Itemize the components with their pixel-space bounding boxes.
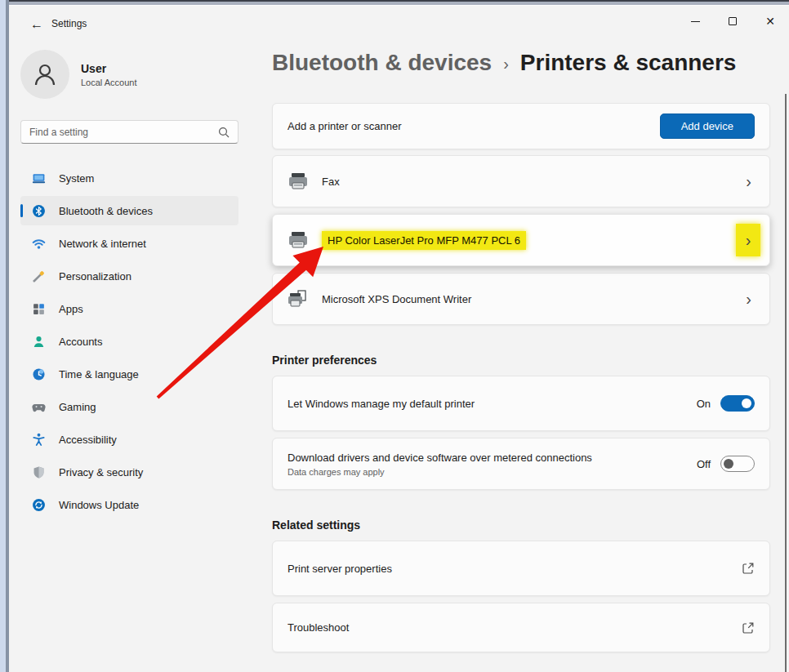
default-printer-toggle[interactable] [720, 395, 755, 412]
troubleshoot-link[interactable]: Troubleshoot [272, 603, 770, 652]
related-settings-heading: Related settings [272, 518, 360, 532]
back-button[interactable]: ← [27, 15, 47, 34]
printer-name: Microsoft XPS Document Writer [322, 293, 471, 305]
external-link-icon [742, 621, 755, 634]
sidebar-item-bluetooth-devices[interactable]: Bluetooth & devices [20, 196, 238, 225]
sidebar-item-personalization[interactable]: Personalization [20, 261, 238, 291]
maximize-icon [729, 17, 737, 25]
search-placeholder: Find a setting [29, 127, 218, 138]
sidebar-item-windows-update[interactable]: Windows Update [20, 490, 238, 519]
bluetooth-icon [32, 204, 46, 218]
system-icon [32, 171, 46, 185]
user-name: User [81, 62, 137, 75]
printer-row-fax[interactable]: Fax › [272, 155, 770, 207]
print-server-properties-link[interactable]: Print server properties [272, 541, 770, 596]
add-printer-card: Add a printer or scanner Add device [272, 103, 770, 149]
network-icon [32, 237, 46, 251]
person-icon [31, 60, 59, 88]
time-language-icon [32, 367, 46, 381]
accounts-icon [32, 335, 46, 349]
sidebar-item-label: System [59, 172, 94, 185]
toggle-knob [724, 459, 733, 469]
sidebar-item-apps[interactable]: Apps [20, 294, 238, 323]
toggle-knob [742, 398, 751, 408]
page-title: Printers & scanners [520, 50, 737, 76]
printer-row-hp-laserjet[interactable]: HP Color LaserJet Pro MFP M477 PCL 6 › [272, 214, 770, 266]
window-title: Settings [51, 18, 87, 29]
minimize-button[interactable] [676, 7, 714, 36]
minimize-icon [691, 21, 700, 22]
sidebar-item-label: Bluetooth & devices [59, 205, 153, 217]
metered-connections-label: Download drivers and device software ove… [288, 452, 592, 464]
printer-icon [288, 172, 309, 190]
sidebar-item-accounts[interactable]: Accounts [20, 327, 238, 356]
external-link-icon [742, 562, 755, 575]
close-button[interactable]: ✕ [751, 7, 789, 36]
printer-document-icon [288, 290, 309, 308]
breadcrumb-parent[interactable]: Bluetooth & devices [272, 50, 492, 76]
scrollbar[interactable] [785, 94, 787, 672]
add-printer-label: Add a printer or scanner [288, 120, 401, 132]
shield-icon [32, 465, 46, 479]
avatar [20, 50, 69, 99]
sidebar-item-privacy-security[interactable]: Privacy & security [20, 457, 238, 487]
accessibility-icon [32, 433, 46, 447]
gaming-icon [32, 400, 46, 414]
add-device-button[interactable]: Add device [660, 113, 755, 139]
metered-connections-setting-card: Download drivers and device software ove… [272, 438, 770, 490]
selected-accent-bar [20, 204, 23, 217]
sidebar-item-label: Accessibility [59, 434, 117, 446]
sidebar-item-time-language[interactable]: Time & language [20, 359, 238, 389]
troubleshoot-label: Troubleshoot [288, 621, 349, 634]
sidebar-item-label: Apps [59, 303, 83, 315]
sidebar-item-label: Personalization [59, 270, 132, 283]
titlebar: ← Settings ✕ [9, 7, 789, 41]
printer-preferences-heading: Printer preferences [272, 354, 377, 367]
background-window-left-edge [0, 0, 9, 672]
chevron-right-icon: › [746, 291, 755, 307]
apps-icon [32, 302, 46, 316]
search-icon [218, 127, 230, 138]
background-window-top-edge [0, 0, 789, 6]
sidebar-item-accessibility[interactable]: Accessibility [20, 425, 238, 454]
printer-row-xps-writer[interactable]: Microsoft XPS Document Writer › [272, 273, 770, 325]
maximize-button[interactable] [714, 7, 751, 36]
sidebar-item-label: Accounts [59, 336, 102, 348]
sidebar-item-label: Time & language [59, 368, 139, 381]
printer-name: Fax [322, 176, 340, 188]
search-input[interactable]: Find a setting [20, 120, 238, 144]
user-block[interactable]: User Local Account [20, 50, 137, 99]
metered-connections-sublabel: Data charges may apply [288, 467, 592, 477]
default-printer-setting-card: Let Windows manage my default printer On [272, 376, 770, 431]
sidebar-item-label: Gaming [59, 401, 96, 413]
close-icon: ✕ [765, 16, 775, 27]
sidebar-item-label: Privacy & security [59, 466, 143, 478]
sidebar-item-network-internet[interactable]: Network & internet [20, 229, 238, 258]
sidebar-item-label: Windows Update [59, 499, 139, 511]
chevron-right-icon: › [746, 173, 755, 189]
toggle-state-label: On [697, 398, 711, 410]
sidebar-nav: System Bluetooth & devices Network & int… [20, 163, 238, 523]
sidebar-item-gaming[interactable]: Gaming [20, 392, 238, 421]
chevron-right-icon: › [746, 232, 751, 248]
default-printer-label: Let Windows manage my default printer [288, 398, 475, 410]
printer-name-highlighted: HP Color LaserJet Pro MFP M477 PCL 6 [322, 231, 526, 250]
breadcrumb: Bluetooth & devices › Printers & scanner… [272, 50, 736, 76]
user-account-type: Local Account [81, 78, 137, 87]
print-server-properties-label: Print server properties [288, 563, 392, 575]
sidebar-item-label: Network & internet [59, 238, 146, 250]
toggle-state-label: Off [697, 458, 711, 470]
printer-icon [288, 231, 309, 249]
sidebar-item-system[interactable]: System [20, 163, 238, 193]
metered-connections-toggle[interactable] [720, 456, 755, 472]
personalization-icon [32, 269, 46, 283]
chevron-highlight-box: › [736, 224, 760, 256]
windows-update-icon [32, 498, 46, 512]
breadcrumb-separator-icon: › [503, 55, 509, 73]
